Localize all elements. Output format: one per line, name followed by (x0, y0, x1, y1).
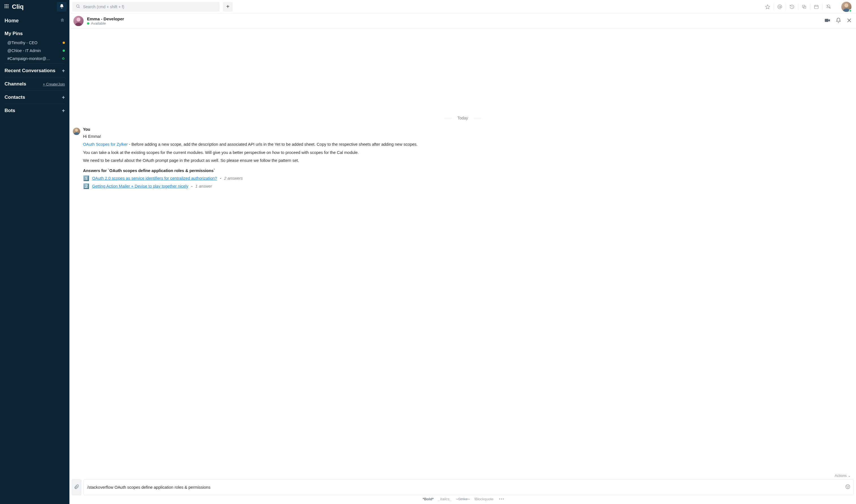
answer-link[interactable]: OAuth 2.0 scopes as service identifiers … (92, 176, 217, 181)
attach-button[interactable] (72, 480, 81, 495)
pin-label: @Timothy - CEO (7, 40, 37, 45)
dash: - (191, 184, 193, 188)
section-pins-label: My Pins (4, 31, 23, 36)
answer-count: 2 answers (224, 176, 243, 181)
pin-item-timothy[interactable]: @Timothy - CEO (0, 39, 69, 47)
svg-rect-0 (4, 4, 5, 5)
svg-point-27 (846, 485, 850, 489)
answer-link[interactable]: Getting Action Mailer + Devise to play t… (92, 184, 188, 188)
copy-icon[interactable] (798, 4, 810, 10)
compose-input[interactable] (87, 485, 841, 490)
sidebar-home[interactable]: Home (0, 15, 69, 27)
sidebar-body: Home My Pins @Timothy - CEO @Chloe - IT … (0, 14, 69, 116)
sidebar: Cliq Home My Pins @Timothy - CEO @Chloe … (0, 0, 69, 504)
section-channels-title: Channels + Create/Join (0, 77, 69, 89)
hint-strike: ~Strike~ (456, 497, 469, 501)
mentions-icon[interactable] (774, 4, 786, 10)
composer (72, 480, 854, 495)
svg-point-26 (75, 129, 78, 131)
peer-avatar-icon (73, 16, 84, 26)
section-recent-title: Recent Conversations + (0, 64, 69, 76)
pin-label: #Campaign-monitor@… (7, 56, 50, 61)
svg-rect-4 (6, 6, 7, 7)
message-line: Hi Emma! (83, 133, 418, 140)
section-pins-title: My Pins (0, 27, 69, 39)
svg-line-10 (79, 7, 80, 8)
new-chat-button[interactable]: + (223, 2, 233, 12)
peer-status: Available (87, 21, 124, 25)
section-contacts-title: Contacts + (0, 91, 69, 103)
hint-italics: _Italics_ (438, 497, 452, 501)
composer-area: Actions ⌄ *Bold* _Italics_ ~Strike~ (69, 472, 856, 504)
search-wrap[interactable] (72, 2, 220, 12)
calendar-icon[interactable] (810, 4, 823, 10)
home-label: Home (4, 18, 19, 24)
svg-point-21 (76, 18, 81, 21)
status-dot-online-icon (849, 9, 852, 12)
hint-bold: *Bold* (423, 497, 433, 501)
notifications-button[interactable] (57, 2, 67, 12)
plus-icon: + (226, 3, 229, 10)
svg-rect-5 (8, 6, 8, 7)
svg-point-12 (779, 6, 781, 7)
section-bots-title: Bots + (0, 104, 69, 116)
actions-label: Actions (835, 473, 847, 478)
channels-create-join-link[interactable]: + Create/Join (43, 82, 65, 86)
format-hints: *Bold* _Italics_ ~Strike~ !Blockquote ••… (72, 495, 854, 503)
star-icon[interactable] (761, 4, 774, 10)
chevron-down-icon: ⌄ (848, 473, 851, 478)
section-recent-label: Recent Conversations (4, 68, 55, 74)
bots-add-button[interactable]: + (62, 108, 65, 113)
peer-status-label: Available (91, 21, 106, 25)
emoji-button[interactable] (845, 484, 851, 491)
smiley-icon (845, 486, 851, 490)
more-hints-icon[interactable]: ••• (499, 497, 504, 501)
date-separator: Today (69, 116, 856, 120)
bell-icon (59, 4, 64, 10)
answer-row: 1️⃣ OAuth 2.0 scopes as service identifi… (83, 176, 418, 181)
recycle-icon: ♻ (62, 57, 65, 60)
main: + Emma - Developer (69, 0, 856, 504)
answer-count: 1 answer (195, 184, 212, 188)
answers-header: Answers for `OAuth scopes define applica… (83, 168, 418, 173)
home-icon (60, 18, 65, 24)
compose-box[interactable] (84, 480, 854, 495)
svg-rect-6 (4, 7, 5, 8)
section-channels-label: Channels (4, 81, 27, 87)
search-input[interactable] (83, 4, 216, 9)
date-label: Today (457, 116, 468, 120)
contacts-add-button[interactable]: + (62, 95, 65, 100)
sidebar-header: Cliq (0, 0, 69, 14)
svg-point-28 (847, 486, 848, 487)
peer-name: Emma - Developer (87, 16, 124, 21)
status-dot-online-icon (87, 22, 89, 24)
message-author: You (83, 127, 418, 131)
section-contacts-label: Contacts (4, 94, 25, 100)
hint-blockquote: !Blockquote (474, 497, 493, 501)
message-line: We need to be careful about the OAuth pr… (83, 157, 418, 164)
status-dot-online-icon (63, 50, 65, 52)
status-dot-away-icon (63, 41, 65, 44)
apps-grid-icon[interactable] (4, 4, 9, 10)
svg-marker-11 (766, 4, 770, 9)
message-line: You can take a look at the existing scop… (83, 149, 418, 156)
svg-marker-23 (828, 19, 830, 21)
chat-header: Emma - Developer Available (69, 14, 856, 29)
history-icon[interactable] (786, 4, 798, 10)
actions-menu[interactable]: Actions ⌄ (72, 472, 854, 480)
video-message-icon[interactable] (824, 17, 831, 24)
topbar: + (69, 0, 856, 14)
close-icon[interactable] (846, 18, 852, 24)
svg-rect-3 (4, 6, 5, 7)
bell-icon[interactable] (836, 18, 841, 24)
message-avatar-icon (73, 128, 80, 135)
dash: - (220, 176, 221, 181)
toolbar (761, 4, 835, 10)
chat-body[interactable]: Today You Hi Emma! OAuth Scopes for Zylk… (69, 29, 856, 472)
mute-icon[interactable] (823, 4, 835, 10)
pin-item-campaign[interactable]: #Campaign-monitor@… ♻ (0, 55, 69, 62)
pin-item-chloe[interactable]: @Chloe - IT Admin (0, 47, 69, 55)
recent-add-button[interactable]: + (62, 68, 65, 73)
profile-avatar[interactable] (841, 2, 852, 12)
chat-header-actions (824, 17, 852, 24)
